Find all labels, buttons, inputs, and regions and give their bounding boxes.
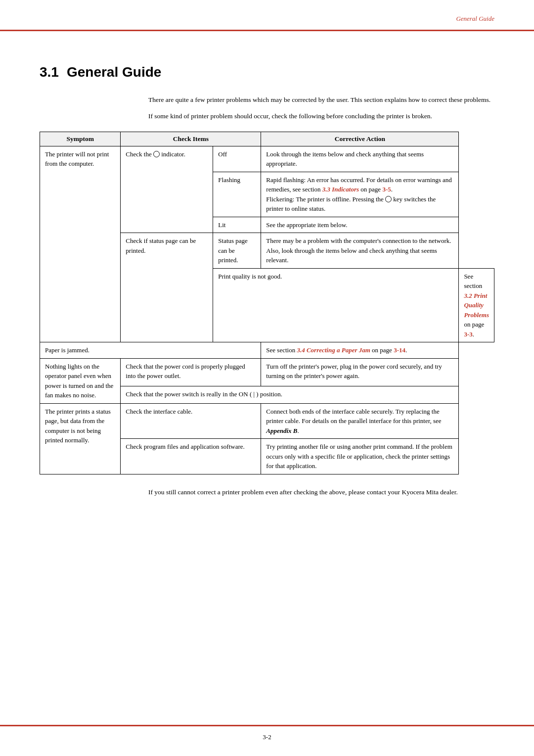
header-check-items: Check Items [121,132,261,146]
action-program-files: Try printing another file or using anoth… [261,439,459,474]
check-power-switch: Check that the power switch is really in… [121,386,459,403]
check-program-files: Check program files and application soft… [121,439,261,474]
table-row: The printer prints a status page, but da… [40,403,494,439]
guide-table: Symptom Check Items Corrective Action Th… [40,132,494,474]
check-interface-cable: Check the interface cable. [121,403,261,439]
symptom-quality: Print quality is not good. [213,268,459,342]
header-symptom: Symptom [40,132,121,146]
table-row: Paper is jammed. See section 3.4 Correct… [40,342,494,359]
check-power-cord: Check that the power cord is properly pl… [121,358,261,386]
footer: 3-2 [263,733,271,741]
bottom-rule [0,725,534,726]
header-title: General Guide [456,15,494,22]
action-power-cord: Turn off the printer's power, plug in th… [261,358,459,386]
page-header: General Guide [456,15,494,23]
outro-text: If you still cannot correct a printer pr… [148,487,494,498]
main-content: 3.1General Guide There are quite a few p… [40,45,494,498]
action-lit: See the appropriate item below. [261,217,459,233]
action-jam: See section 3.4 Correcting a Paper Jam o… [261,342,459,359]
section-number: 3.1 [40,64,59,80]
intro-paragraph-2: If some kind of printer problem should o… [148,111,494,122]
section-heading: 3.1General Guide [40,64,494,80]
intro-block: There are quite a few printer problems w… [148,95,494,122]
outro-block: If you still cannot correct a printer pr… [148,487,494,498]
check-sub-off: Off [213,146,261,172]
action-status: There may be a problem with the computer… [261,233,459,269]
action-quality: See section 3.2 Print Quality Problems o… [459,268,494,342]
symptom-jam: Paper is jammed. [40,342,261,359]
check-sub-lit: Lit [213,217,261,233]
action-interface-cable: Connect both ends of the interface cable… [261,403,459,439]
symptom-cell-1: The printer will not print from the comp… [40,146,121,342]
table-header-row: Symptom Check Items Corrective Action [40,132,494,146]
symptom-no-light: Nothing lights on the operator panel eve… [40,358,121,403]
check-cell-status: Check if status page can be printed. [121,233,213,342]
check-sub-status: Status page can be printed. [213,233,261,269]
check-sub-flashing: Flashing [213,172,261,217]
symptom-data-not-printing: The printer prints a status page, but da… [40,403,121,474]
header-corrective-action: Corrective Action [261,132,459,146]
page: General Guide 3-2 3.1General Guide There… [0,0,534,756]
top-rule [0,30,534,31]
intro-paragraph-1: There are quite a few printer problems w… [148,95,494,105]
table-row: The printer will not print from the comp… [40,146,494,172]
action-flashing: Rapid flashing: An error has occurred. F… [261,172,459,217]
section-title: General Guide [67,64,161,80]
page-number: 3-2 [263,733,271,741]
action-off: Look through the items below and check a… [261,146,459,172]
check-cell-1: Check the indicator. [121,146,213,233]
table-row: Nothing lights on the operator panel eve… [40,358,494,386]
